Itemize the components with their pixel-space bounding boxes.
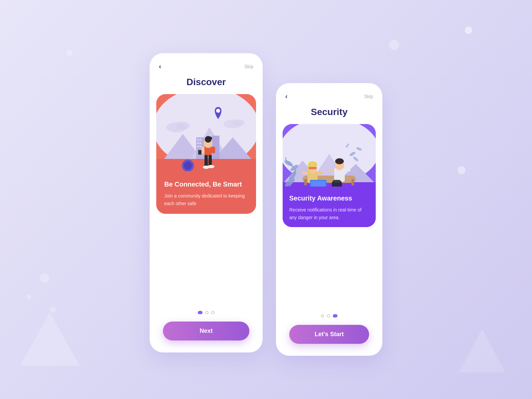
dot-left-1: [198, 311, 202, 314]
phone-discover: ‹ Skip Discover: [150, 53, 263, 352]
dot-left-2: [205, 311, 208, 314]
next-button[interactable]: Next: [163, 322, 249, 340]
page-dots-right: [276, 310, 382, 321]
card-left-text-area: Be Connected, Be Smart Join a community …: [156, 171, 256, 214]
illus-card-left: Be Connected, Be Smart Join a community …: [156, 94, 256, 214]
bg-circle-4: [27, 295, 31, 299]
phone-right-title: Security: [276, 103, 382, 124]
svg-rect-52: [329, 169, 334, 172]
phone-security: ‹ Skip Security: [276, 83, 382, 356]
phone-right-header: ‹ Skip: [276, 83, 382, 103]
dot-right-1: [321, 314, 324, 318]
dot-right-2: [327, 314, 330, 318]
svg-rect-25: [212, 147, 215, 153]
skip-button-left[interactable]: Skip: [244, 64, 253, 69]
svg-rect-10: [197, 142, 199, 144]
bg-circle-1: [66, 50, 72, 56]
bg-triangle-right: [459, 329, 505, 372]
card-right-heading: Security Awareness: [289, 195, 369, 202]
svg-rect-11: [200, 142, 201, 144]
back-button-left[interactable]: ‹: [159, 63, 161, 70]
bg-triangle-left: [20, 313, 80, 366]
svg-rect-13: [200, 146, 201, 147]
svg-point-30: [216, 109, 220, 113]
bg-circle-6: [458, 166, 466, 174]
svg-rect-8: [197, 139, 199, 141]
dot-left-3: [211, 311, 214, 314]
svg-rect-58: [333, 180, 340, 183]
svg-rect-46: [309, 167, 317, 169]
phone-left-header: ‹ Skip: [150, 53, 263, 73]
svg-rect-26: [204, 155, 208, 167]
card-left-heading: Be Connected, Be Smart: [164, 181, 248, 188]
back-button-right[interactable]: ‹: [285, 92, 288, 100]
svg-point-29: [208, 165, 214, 168]
bg-circle-7: [389, 40, 399, 50]
svg-rect-27: [208, 155, 212, 167]
dot-right-3: [333, 314, 337, 318]
svg-point-15: [176, 122, 190, 130]
card-right-text-area: Security Awareness Receive notifications…: [283, 187, 376, 227]
svg-point-32: [184, 162, 192, 170]
card-left-body: Join a community dedicated to keeping ea…: [164, 192, 248, 207]
skip-button-right[interactable]: Skip: [364, 94, 373, 99]
svg-rect-53: [345, 169, 350, 172]
bg-circle-3: [40, 273, 49, 283]
lets-start-button[interactable]: Let's Start: [289, 325, 369, 344]
svg-rect-47: [302, 172, 308, 174]
svg-point-22: [209, 137, 212, 140]
svg-rect-48: [318, 172, 323, 174]
svg-rect-40: [304, 179, 307, 186]
svg-rect-23: [201, 147, 204, 154]
phones-container: ‹ Skip Discover: [150, 43, 382, 356]
svg-rect-41: [351, 179, 354, 186]
phone-left-title: Discover: [150, 73, 263, 94]
bg-circle-2: [465, 27, 472, 34]
svg-rect-24: [198, 150, 201, 155]
svg-rect-9: [200, 139, 201, 141]
svg-rect-12: [197, 146, 199, 147]
svg-point-51: [335, 158, 344, 164]
card-right-body: Receive notifications in real-time of an…: [289, 206, 369, 221]
illus-card-right: Security Awareness Receive notifications…: [283, 124, 376, 227]
page-dots-left: [150, 306, 263, 318]
bg-circle-5: [50, 307, 56, 313]
svg-point-17: [233, 119, 245, 126]
